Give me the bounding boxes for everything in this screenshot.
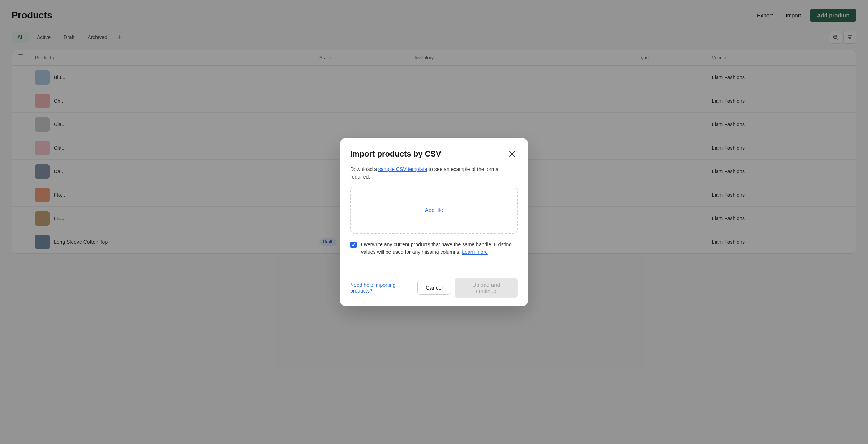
help-link[interactable]: Need help importing products? [350,282,417,294]
overwrite-checkbox-row: Overwrite any current products that have… [350,241,518,256]
modal-header: Import products by CSV [340,138,528,166]
modal-footer: Need help importing products? Cancel Upl… [340,272,528,306]
checkbox-text: Overwrite any current products that have… [361,242,512,255]
checkbox-label: Overwrite any current products that have… [361,241,518,256]
import-csv-modal: Import products by CSV Download a sample… [340,138,528,306]
upload-continue-button[interactable]: Upload and continue [455,278,518,298]
footer-buttons: Cancel Upload and continue [417,278,518,298]
modal-title: Import products by CSV [350,149,441,159]
cancel-button[interactable]: Cancel [417,281,451,295]
sample-csv-link[interactable]: sample CSV template [378,166,427,172]
add-file-button[interactable]: Add file [425,207,443,213]
overwrite-checkbox[interactable] [350,242,357,248]
modal-description: Download a sample CSV template to see an… [350,166,518,181]
modal-close-button[interactable] [506,148,518,160]
modal-overlay[interactable]: Import products by CSV Download a sample… [0,0,868,444]
description-pre: Download a [350,166,378,172]
modal-body: Download a sample CSV template to see an… [340,166,528,272]
learn-more-link[interactable]: Learn more [462,249,488,255]
file-drop-zone[interactable]: Add file [350,187,518,234]
